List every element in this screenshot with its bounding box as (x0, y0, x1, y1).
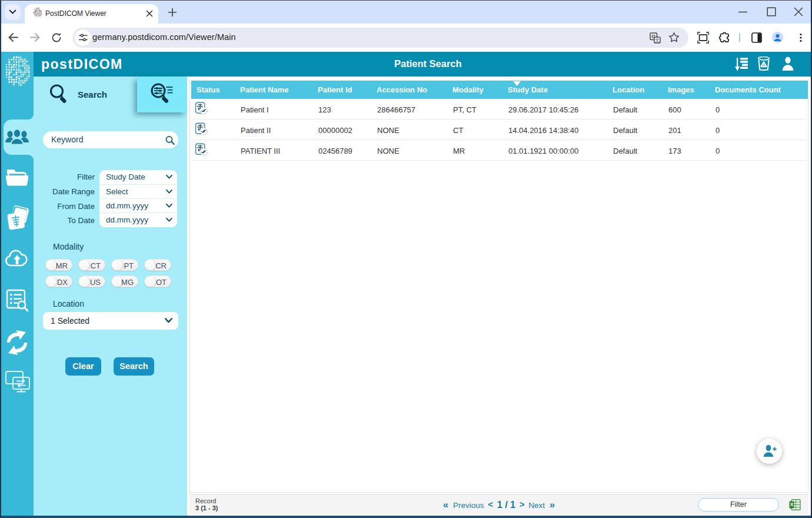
svg-text:X: X (790, 502, 794, 507)
svg-text:文: 文 (655, 37, 660, 43)
